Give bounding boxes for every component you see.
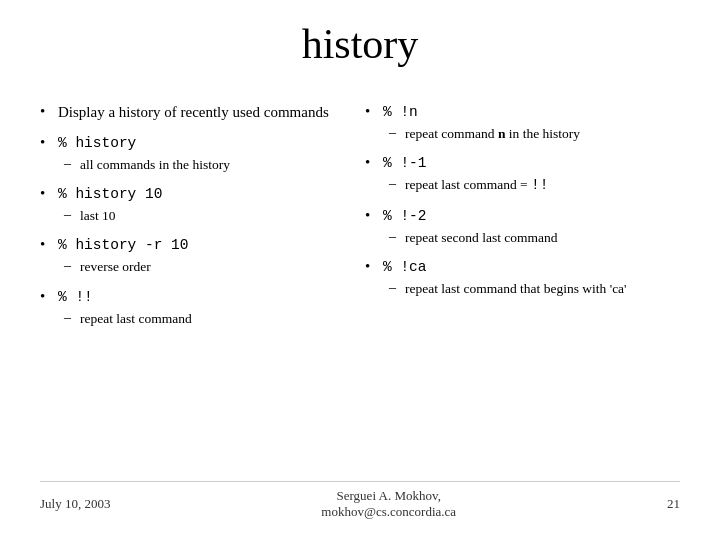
item-code: % history [58,133,136,154]
item-code: % history -r 10 [58,235,189,256]
bullet-icon: • [365,154,377,171]
sub-dash: – [389,280,399,296]
sub-text: all commands in the history [80,156,230,174]
bullet-icon: • [365,207,377,224]
sub-dash: – [389,229,399,245]
footer-date: July 10, 2003 [40,496,110,512]
right-column: • % !n – repeat command n in the history… [365,98,680,481]
item-code: % !n [383,102,418,123]
item-text: Display a history of recently used comma… [58,102,329,123]
slide: history • Display a history of recently … [0,0,720,540]
sub-dash: – [389,125,399,141]
slide-title: history [40,20,680,78]
sub-dash: – [64,258,74,274]
sub-text: repeat last command that begins with 'ca… [405,280,627,298]
item-code: % !-1 [383,153,427,174]
bullet-icon: • [40,288,52,305]
list-item: • Display a history of recently used com… [40,102,355,123]
item-code: % !ca [383,257,427,278]
sub-dash: – [64,207,74,223]
sub-dash: – [64,156,74,172]
content-area: • Display a history of recently used com… [40,98,680,481]
sub-text: repeat second last command [405,229,558,247]
list-item: • % history 10 – last 10 [40,184,355,225]
item-code: % !! [58,287,93,308]
bullet-icon: • [40,236,52,253]
bullet-icon: • [365,258,377,275]
slide-footer: July 10, 2003 Serguei A. Mokhov, mokhov@… [40,481,680,520]
left-column: • Display a history of recently used com… [40,98,355,481]
sub-dash: – [389,176,399,192]
footer-page-number: 21 [667,496,680,512]
list-item: • % !-1 – repeat last command = !! [365,153,680,196]
bullet-icon: • [365,103,377,120]
footer-author: Serguei A. Mokhov, mokhov@cs.concordia.c… [321,488,456,520]
item-code: % !-2 [383,206,427,227]
sub-text: repeat command n in the history [405,125,580,143]
bullet-icon: • [40,103,52,120]
item-code: % history 10 [58,184,162,205]
list-item: • % history – all commands in the histor… [40,133,355,174]
bullet-icon: • [40,185,52,202]
list-item: • % !-2 – repeat second last command [365,206,680,247]
sub-text: repeat last command [80,310,192,328]
list-item: • % !ca – repeat last command that begin… [365,257,680,298]
sub-text: reverse order [80,258,151,276]
list-item: • % history -r 10 – reverse order [40,235,355,276]
list-item: • % !n – repeat command n in the history [365,102,680,143]
list-item: • % !! – repeat last command [40,287,355,328]
sub-dash: – [64,310,74,326]
sub-text: last 10 [80,207,116,225]
bullet-icon: • [40,134,52,151]
sub-text: repeat last command = !! [405,176,548,196]
